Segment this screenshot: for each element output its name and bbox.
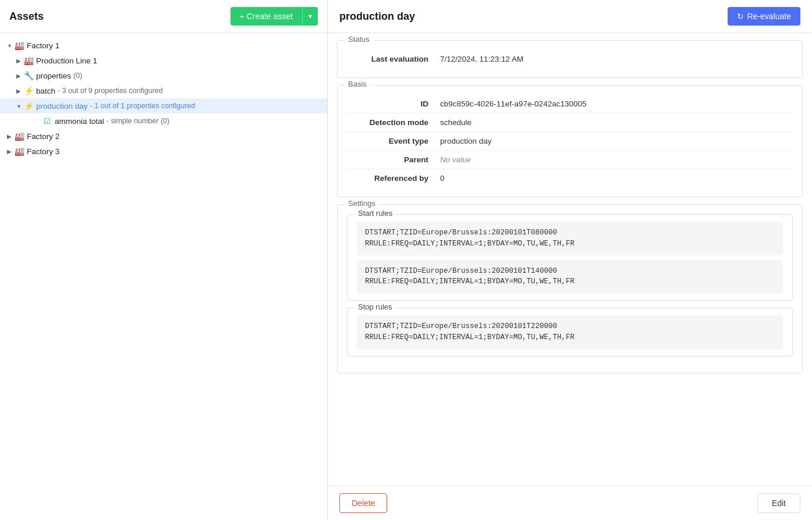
tree-item-factory1[interactable]: ▾ 🏭 Factory 1 — [0, 38, 327, 53]
tree-item-ammonia-total[interactable]: ☑ ammonia total - simple number (0) — [0, 113, 327, 129]
right-header: production day ↻ Re-evaluate — [328, 0, 812, 33]
tree-item-properties[interactable]: ▶ 🔧 properties (0) — [0, 68, 327, 83]
create-asset-button[interactable]: + Create asset — [231, 7, 302, 26]
factory2-label: Factory 2 — [27, 132, 59, 141]
factory3-icon: 🏭 — [14, 146, 24, 156]
tree-item-factory2[interactable]: ▶ 🏭 Factory 2 — [0, 129, 327, 144]
basis-referenced-label: Referenced by — [347, 174, 440, 183]
batch-sub: - 3 out of 9 properties configured — [58, 87, 163, 95]
production-line-1-icon: 🏭 — [23, 55, 34, 66]
basis-event-label: Event type — [347, 137, 440, 145]
edit-button[interactable]: Edit — [757, 493, 800, 513]
start-rules-body: DTSTART;TZID=Europe/Brussels:20200101T08… — [348, 215, 792, 300]
tree-item-production-line-1[interactable]: ▶ 🏭 Production Line 1 — [0, 53, 327, 68]
production-day-sub: - 1 out of 1 properties configured — [90, 102, 196, 110]
properties-sub: (0) — [73, 72, 82, 80]
basis-referenced-row: Referenced by 0 — [347, 169, 793, 187]
status-section-title: Status — [345, 35, 373, 44]
last-evaluation-label: Last evaluation — [347, 55, 440, 63]
basis-parent-value: No value — [440, 155, 471, 164]
production-line-1-label: Production Line 1 — [36, 56, 97, 65]
left-panel: Assets + Create asset ▾ ▾ 🏭 Factory 1 ▶ … — [0, 0, 328, 520]
stop-rules-title: Stop rules — [354, 302, 396, 311]
status-section: Status Last evaluation 7/12/2024, 11:23:… — [337, 40, 803, 78]
production-day-label: production day — [36, 102, 88, 111]
chevron-properties: ▶ — [14, 71, 23, 80]
basis-section: Basis ID cb9c859c-4026-11ef-a97e-0242ac1… — [337, 85, 803, 197]
last-evaluation-value: 7/12/2024, 11:23:12 AM — [440, 55, 523, 63]
ammonia-total-label: ammonia total — [55, 117, 104, 126]
properties-icon: 🔧 — [23, 70, 34, 81]
chevron-factory1: ▾ — [5, 41, 14, 50]
basis-referenced-value: 0 — [440, 174, 445, 183]
start-rules-title: Start rules — [354, 209, 396, 218]
tree-item-factory3[interactable]: ▶ 🏭 Factory 3 — [0, 144, 327, 159]
stop-rules-section: Stop rules DTSTART;TZID=Europe/Brussels:… — [347, 308, 793, 357]
delete-button[interactable]: Delete — [339, 493, 387, 513]
basis-event-row: Event type production day — [347, 132, 793, 151]
tree-container: ▾ 🏭 Factory 1 ▶ 🏭 Production Line 1 ▶ 🔧 … — [0, 33, 327, 520]
tree-item-batch[interactable]: ▶ ⚡ batch - 3 out of 9 properties config… — [0, 83, 327, 98]
re-evaluate-button[interactable]: ↻ Re-evaluate — [728, 7, 801, 26]
chevron-production-line-1: ▶ — [14, 56, 23, 65]
settings-section-title: Settings — [345, 199, 379, 208]
basis-section-body: ID cb9c859c-4026-11ef-a97e-0242ac130005 … — [338, 86, 802, 197]
production-day-icon: ⚡ — [23, 101, 34, 111]
header-buttons: + Create asset ▾ — [231, 7, 318, 26]
right-panel-title: production day — [339, 10, 415, 23]
last-evaluation-row: Last evaluation 7/12/2024, 11:23:12 AM — [347, 50, 793, 68]
chevron-factory3: ▶ — [5, 147, 14, 156]
basis-detection-label: Detection mode — [347, 118, 440, 127]
create-asset-dropdown[interactable]: ▾ — [302, 7, 318, 26]
stop-rules-body: DTSTART;TZID=Europe/Brussels:20200101T22… — [348, 308, 792, 356]
basis-id-label: ID — [347, 99, 440, 108]
chevron-production-day: ▾ — [14, 101, 23, 111]
properties-label: properties — [36, 72, 71, 80]
start-rule-block-2: DTSTART;TZID=Europe/Brussels:20200101T14… — [357, 260, 783, 294]
basis-detection-row: Detection mode schedule — [347, 113, 793, 132]
right-footer: Delete Edit — [328, 486, 812, 520]
tree-item-production-day[interactable]: ▾ ⚡ production day - 1 out of 1 properti… — [0, 98, 327, 113]
factory2-icon: 🏭 — [14, 131, 24, 141]
basis-section-title: Basis — [345, 80, 370, 88]
ammonia-total-sub: - simple number (0) — [107, 117, 169, 125]
batch-label: batch — [36, 87, 55, 95]
batch-icon: ⚡ — [23, 86, 34, 96]
start-rule-block-1: DTSTART;TZID=Europe/Brussels:20200101T08… — [357, 222, 783, 255]
stop-rule-block-1: DTSTART;TZID=Europe/Brussels:20200101T22… — [357, 315, 783, 349]
basis-parent-label: Parent — [347, 155, 440, 164]
factory1-icon: 🏭 — [14, 40, 24, 51]
re-evaluate-label: Re-evaluate — [747, 12, 792, 21]
assets-title: Assets — [9, 10, 44, 23]
status-section-body: Last evaluation 7/12/2024, 11:23:12 AM — [338, 41, 802, 77]
ammonia-total-icon: ☑ — [42, 116, 52, 126]
basis-id-row: ID cb9c859c-4026-11ef-a97e-0242ac130005 — [347, 95, 793, 113]
basis-id-value: cb9c859c-4026-11ef-a97e-0242ac130005 — [440, 99, 586, 108]
start-rules-section: Start rules DTSTART;TZID=Europe/Brussels… — [347, 214, 793, 301]
right-panel: production day ↻ Re-evaluate Status Last… — [328, 0, 812, 520]
right-content: Status Last evaluation 7/12/2024, 11:23:… — [328, 33, 812, 520]
basis-parent-row: Parent No value — [347, 151, 793, 169]
factory3-label: Factory 3 — [27, 147, 59, 156]
chevron-factory2: ▶ — [5, 131, 14, 141]
settings-section-body: Start rules DTSTART;TZID=Europe/Brussels… — [338, 205, 802, 373]
settings-section: Settings Start rules DTSTART;TZID=Europe… — [337, 204, 803, 373]
left-header: Assets + Create asset ▾ — [0, 0, 327, 33]
re-evaluate-icon: ↻ — [737, 12, 744, 21]
basis-detection-value: schedule — [440, 118, 471, 127]
chevron-batch: ▶ — [14, 86, 23, 95]
factory1-label: Factory 1 — [27, 41, 59, 50]
basis-event-value: production day — [440, 137, 492, 145]
